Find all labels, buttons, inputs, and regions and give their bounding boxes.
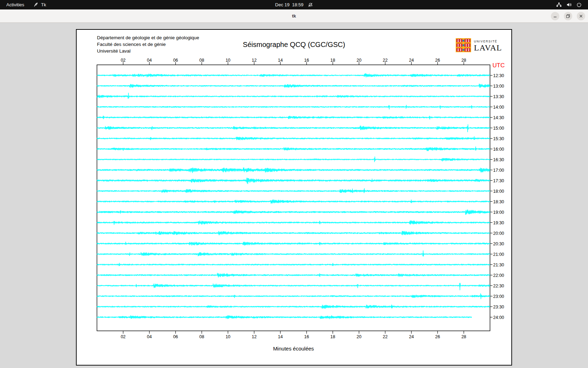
minimize-button[interactable]	[551, 12, 559, 20]
tk-feather-icon	[33, 2, 38, 7]
svg-text:16: 16	[304, 334, 309, 339]
svg-text:12: 12	[252, 58, 257, 63]
svg-text:14: 14	[278, 58, 283, 63]
svg-text:22:30: 22:30	[493, 284, 504, 288]
svg-text:02: 02	[121, 58, 126, 63]
svg-text:06: 06	[173, 334, 178, 339]
svg-text:20: 20	[357, 334, 362, 339]
svg-text:22: 22	[383, 334, 388, 339]
svg-text:24:00: 24:00	[493, 315, 504, 320]
svg-text:06: 06	[173, 58, 178, 63]
svg-text:26: 26	[435, 58, 440, 63]
svg-text:15:00: 15:00	[493, 126, 504, 131]
svg-text:08: 08	[200, 334, 204, 339]
svg-text:Minutes écoulées: Minutes écoulées	[273, 346, 314, 352]
svg-text:18:00: 18:00	[493, 189, 504, 194]
svg-text:23:30: 23:30	[493, 305, 504, 309]
window-titlebar[interactable]: tk	[0, 9, 588, 23]
svg-text:14:00: 14:00	[493, 105, 504, 110]
svg-text:12:30: 12:30	[493, 73, 504, 78]
svg-text:26: 26	[435, 334, 440, 339]
svg-text:21:00: 21:00	[493, 252, 504, 257]
power-icon	[576, 2, 582, 7]
svg-text:21:30: 21:30	[493, 263, 504, 267]
notifications-muted-icon	[308, 2, 313, 7]
wired-network-icon	[556, 2, 562, 7]
restore-button[interactable]	[564, 12, 572, 20]
clock-menu[interactable]: Dec 19 18:59	[275, 0, 313, 9]
svg-text:23:00: 23:00	[493, 294, 504, 299]
svg-text:18: 18	[330, 334, 335, 339]
seismograph-plot: 0202040406060808101012121414161618182020…	[77, 30, 511, 365]
svg-text:13:00: 13:00	[493, 84, 504, 89]
activities-button[interactable]: Activities	[6, 2, 24, 7]
seismograph-canvas: Département de géologie et de génie géol…	[76, 29, 512, 366]
svg-text:14:30: 14:30	[493, 115, 504, 120]
svg-text:16:00: 16:00	[493, 147, 504, 152]
close-button[interactable]	[577, 12, 585, 20]
app-menu-label: Tk	[41, 2, 46, 7]
svg-text:UTC: UTC	[492, 62, 505, 69]
svg-text:13:30: 13:30	[493, 94, 504, 99]
svg-text:22:00: 22:00	[493, 273, 504, 278]
app-menu[interactable]: Tk	[33, 2, 46, 7]
svg-text:20:30: 20:30	[493, 241, 504, 246]
svg-text:22: 22	[383, 58, 388, 63]
svg-text:18:30: 18:30	[493, 199, 504, 204]
svg-text:16:30: 16:30	[493, 157, 504, 162]
system-status-area[interactable]	[556, 0, 588, 9]
clock-label: Dec 19 18:59	[275, 2, 303, 7]
svg-text:19:00: 19:00	[493, 210, 504, 215]
svg-text:17:30: 17:30	[493, 178, 504, 183]
svg-text:19:30: 19:30	[493, 220, 504, 225]
svg-text:02: 02	[121, 334, 126, 339]
svg-text:28: 28	[461, 58, 466, 63]
svg-text:28: 28	[461, 334, 466, 339]
svg-text:24: 24	[409, 58, 414, 63]
window-controls	[551, 12, 585, 20]
window-content: Département de géologie et de génie géol…	[0, 23, 588, 368]
svg-text:04: 04	[147, 58, 152, 63]
svg-text:18: 18	[330, 58, 335, 63]
svg-text:08: 08	[200, 58, 204, 63]
svg-text:12: 12	[252, 334, 257, 339]
svg-text:16: 16	[304, 58, 309, 63]
desktop: Activities Tk Dec 19 18:59	[0, 0, 588, 368]
svg-text:10: 10	[225, 58, 230, 63]
svg-text:04: 04	[147, 334, 152, 339]
svg-text:17:00: 17:00	[493, 168, 504, 173]
svg-text:20:00: 20:00	[493, 231, 504, 236]
svg-text:10: 10	[225, 334, 230, 339]
svg-text:14: 14	[278, 334, 283, 339]
volume-icon	[566, 2, 572, 7]
svg-text:20: 20	[357, 58, 362, 63]
svg-text:24: 24	[409, 334, 414, 339]
svg-text:15:30: 15:30	[493, 136, 504, 141]
gnome-top-bar: Activities Tk Dec 19 18:59	[0, 0, 588, 9]
window-title: tk	[292, 13, 296, 19]
